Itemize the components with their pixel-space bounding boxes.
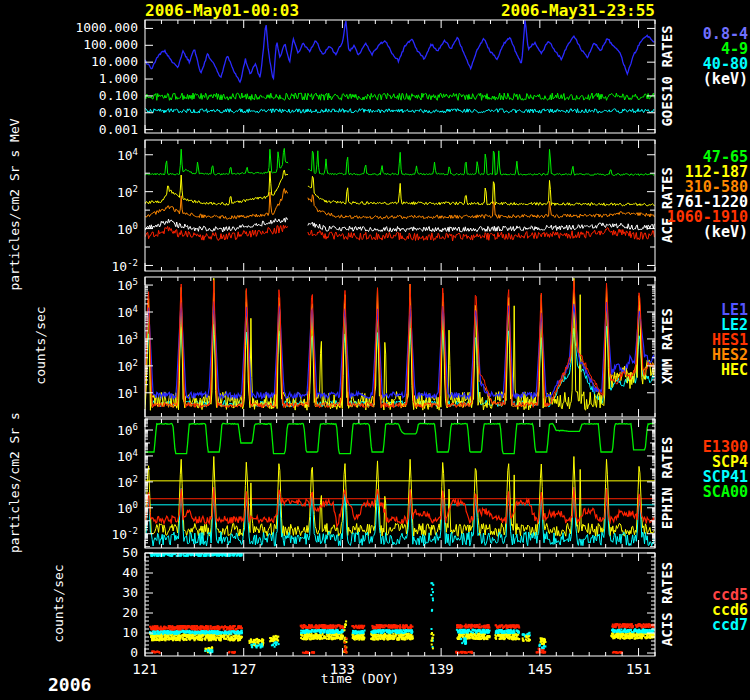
x-tick-label-121: 121 (115, 661, 175, 677)
y-tick-label: 105 (0, 277, 138, 293)
series-0.8-4 (145, 20, 654, 82)
panel-series-3 (145, 423, 655, 546)
legend--kev-: (keV) (703, 223, 748, 241)
series-112-187 (145, 170, 654, 206)
y-tick-label: 10.000 (0, 54, 138, 69)
panel-series-2 (145, 278, 654, 410)
legend-ccd7: ccd7 (712, 616, 748, 634)
y-tick-label: 1000.000 (0, 20, 138, 35)
y-tick-label: 102 (0, 358, 138, 374)
y-tick-label: 20 (0, 605, 138, 620)
y-tick-label: 103 (0, 331, 138, 347)
series-761-1220 (145, 218, 654, 233)
y-axis-label: particles/cm2 Sr s MeV (7, 104, 22, 304)
legend-sca00: SCA00 (703, 483, 748, 501)
y-tick-label: 30 (0, 585, 138, 600)
legend-hec: HEC (721, 361, 748, 379)
series-E1300 (145, 487, 654, 527)
y-axis-label: counts/sec (51, 503, 66, 700)
y-tick-label: 0.100 (0, 88, 138, 103)
series-SCP41 (145, 487, 654, 546)
y-tick-label: 100.000 (0, 37, 138, 52)
panel-series-1 (145, 148, 654, 241)
end-date-title: 2006-May31-23:55 (501, 1, 655, 20)
y-tick-label: 40 (0, 565, 138, 580)
y-axis-label: counts/sec (33, 246, 48, 446)
y-tick-label: 10 (0, 625, 138, 640)
legend--kev-: (keV) (703, 70, 748, 88)
series-SCA00 (145, 423, 654, 453)
series-47-65 (145, 148, 654, 175)
panel-series-4 (149, 552, 655, 654)
x-tick-label-139: 139 (411, 661, 471, 677)
start-date-title: 2006-May01-00:03 (145, 1, 299, 20)
y-tick-label: 0 (0, 645, 138, 660)
x-tick-label-133: 133 (312, 661, 372, 677)
x-tick-label-127: 127 (214, 661, 274, 677)
panel-series-0 (145, 20, 654, 113)
y-tick-label: 1.000 (0, 71, 138, 86)
series-4-9 (145, 93, 654, 100)
y-tick-label: 50 (0, 545, 138, 560)
x-tick-label-145: 145 (510, 661, 570, 677)
series-SCP4 (145, 457, 654, 537)
radiation-monitor-plot: 2006-May01-00:03 2006-May31-23:55 2006 t… (0, 0, 750, 700)
x-tick-label-151: 151 (609, 661, 669, 677)
y-tick-label: 104 (0, 304, 138, 320)
series-40-80 (145, 109, 654, 113)
